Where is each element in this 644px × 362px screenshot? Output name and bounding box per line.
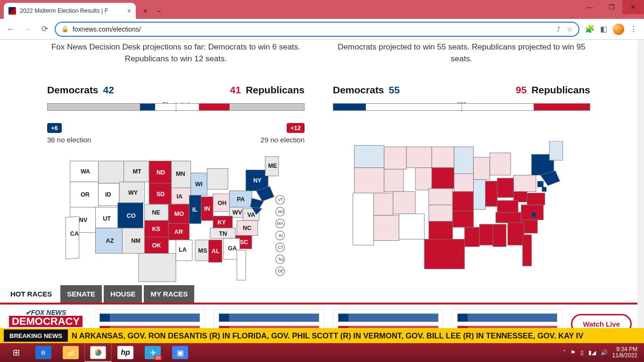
svg-rect-101 [384, 169, 404, 191]
window-close-button[interactable]: ✕ [622, 0, 644, 14]
svg-rect-134 [549, 141, 562, 160]
system-tray[interactable]: ˄ ⚑ ▯ ▮◢ 🔊 9:34 PM 11/8/2022 [563, 346, 641, 359]
nav-forward-button[interactable]: → [21, 22, 35, 36]
svg-rect-114 [453, 192, 473, 211]
tray-flag-icon[interactable]: ⚑ [570, 349, 576, 356]
nav-back-button[interactable]: ← [4, 22, 18, 36]
svg-rect-116 [464, 227, 479, 247]
side-panel-icon[interactable]: ◧ [600, 25, 607, 33]
tab-hot-races[interactable]: HOT RACES [4, 285, 58, 303]
svg-rect-61 [213, 216, 232, 228]
house-map[interactable] [333, 141, 590, 282]
tab-title: 2022 Midterm Election Results | F [20, 8, 108, 14]
senate-projection-text: Fox News Decision Desk projections so fa… [47, 41, 305, 66]
svg-rect-125 [527, 193, 545, 205]
taskbar-ie[interactable]: e [30, 343, 57, 362]
favicon-icon [8, 7, 16, 15]
tray-battery-icon[interactable]: ▯ [580, 349, 584, 356]
chrome-menu-icon[interactable]: ⋮ [630, 25, 637, 33]
scrollbar-thumb[interactable] [637, 40, 644, 96]
windows-taskbar: ⊞ e 📁 hp ✈35 ▣ ˄ ⚑ ▯ ▮◢ 🔊 9:34 PM 11/8/2… [0, 343, 644, 362]
svg-rect-31 [145, 237, 169, 254]
senate-dem-gain-badge: +6 [47, 123, 62, 133]
ticker-text: N ARKANSAS, GOV. RON DESANTIS (R) IN FLO… [72, 331, 583, 340]
svg-text:CT: CT [278, 245, 283, 250]
race-tabs: HOT RACES SENATE HOUSE MY RACES [0, 285, 198, 303]
svg-text:VT: VT [278, 197, 283, 202]
svg-rect-5 [99, 183, 119, 206]
svg-rect-120 [497, 178, 514, 197]
house-rep-count: 95 [516, 84, 527, 95]
svg-rect-2 [70, 182, 99, 207]
svg-rect-99 [374, 215, 399, 241]
svg-rect-33 [139, 254, 176, 282]
svg-rect-21 [124, 161, 149, 182]
svg-rect-40 [168, 224, 189, 240]
svg-rect-76 [265, 156, 278, 176]
svg-rect-104 [406, 147, 432, 168]
svg-rect-115 [453, 211, 473, 228]
tab-senate[interactable]: SENATE [60, 285, 102, 303]
senate-map[interactable]: WA OR ID NV CA UT AZ NM CO WY MT ND SD N… [47, 155, 305, 296]
svg-rect-127 [496, 213, 521, 223]
svg-rect-113 [454, 174, 473, 192]
tabs-overflow-icon[interactable]: ⌄ [152, 5, 166, 14]
senate-bar-header: Democrats42 41Republicans [47, 84, 305, 96]
svg-rect-111 [429, 222, 453, 239]
svg-rect-132 [479, 224, 493, 245]
address-bar[interactable]: 🔒 foxnews.com/elections/ ⤴ ☆ [55, 22, 579, 37]
svg-rect-27 [145, 204, 169, 221]
svg-rect-119 [486, 181, 497, 207]
bookmark-star-icon[interactable]: ☆ [567, 25, 573, 33]
tab-house[interactable]: HOUSE [104, 285, 142, 303]
svg-rect-102 [393, 192, 415, 214]
taskbar-chrome[interactable] [85, 343, 111, 362]
taskbar-explorer[interactable]: 📁 [58, 343, 84, 362]
house-bar-header: Democrats55 95Republicans [333, 84, 590, 96]
browser-toolbar: ← → ⟳ 🔒 foxnews.com/elections/ ⤴ ☆ 🧩 ◧ ⋮ [0, 19, 644, 40]
tray-network-icon[interactable]: ▮◢ [588, 349, 596, 356]
svg-rect-112 [454, 147, 473, 174]
tray-chevron-up-icon[interactable]: ˄ [563, 349, 566, 356]
svg-rect-36 [172, 188, 191, 205]
url-text: foxnews.com/elections/ [73, 25, 141, 33]
nav-reload-button[interactable]: ⟳ [38, 22, 52, 36]
senate-rep-noelection: 29 no election [261, 136, 305, 144]
tray-volume-icon[interactable]: 🔊 [601, 349, 608, 356]
svg-rect-34 [172, 161, 191, 188]
window-controls: — ❐ ✕ [579, 0, 644, 14]
window-minimize-button[interactable]: — [579, 0, 601, 14]
svg-rect-17 [118, 203, 143, 228]
browser-tab-active[interactable]: 2022 Midterm Election Results | F × [4, 3, 136, 19]
svg-rect-38 [168, 204, 189, 223]
profile-avatar[interactable] [613, 24, 624, 35]
svg-rect-65 [237, 221, 257, 236]
tab-my-races[interactable]: MY RACES [144, 285, 194, 303]
taskbar-zoom[interactable]: ▣ [167, 343, 193, 362]
page-content: Fox News Decision Desk projections so fa… [0, 40, 644, 343]
svg-rect-46 [189, 196, 201, 224]
share-icon[interactable]: ⤴ [557, 25, 560, 33]
new-tab-button[interactable]: ＋ [139, 4, 152, 17]
extensions-icon[interactable]: 🧩 [585, 25, 594, 33]
start-button[interactable]: ⊞ [3, 343, 29, 362]
svg-rect-103 [399, 214, 424, 239]
svg-rect-130 [508, 223, 524, 245]
svg-rect-98 [374, 193, 393, 215]
senate-balance-bar [47, 103, 305, 111]
senate-dem-noelection: 36 no election [47, 136, 91, 144]
taskbar-telegram[interactable]: ✈35 [140, 343, 166, 362]
close-tab-icon[interactable]: × [127, 7, 131, 15]
tray-clock[interactable]: 9:34 PM 11/8/2022 [612, 346, 637, 359]
svg-rect-121 [490, 153, 511, 175]
house-dem-label: Democrats [333, 84, 384, 95]
svg-rect-48 [201, 197, 213, 221]
house-balance-bar [333, 103, 590, 111]
taskbar-hp[interactable]: hp [112, 343, 139, 362]
svg-rect-73 [195, 240, 208, 261]
svg-rect-131 [493, 224, 506, 247]
svg-rect-126 [497, 201, 518, 213]
window-maximize-button[interactable]: ❐ [601, 0, 622, 14]
svg-rect-117 [473, 157, 490, 180]
svg-rect-96 [355, 168, 384, 193]
